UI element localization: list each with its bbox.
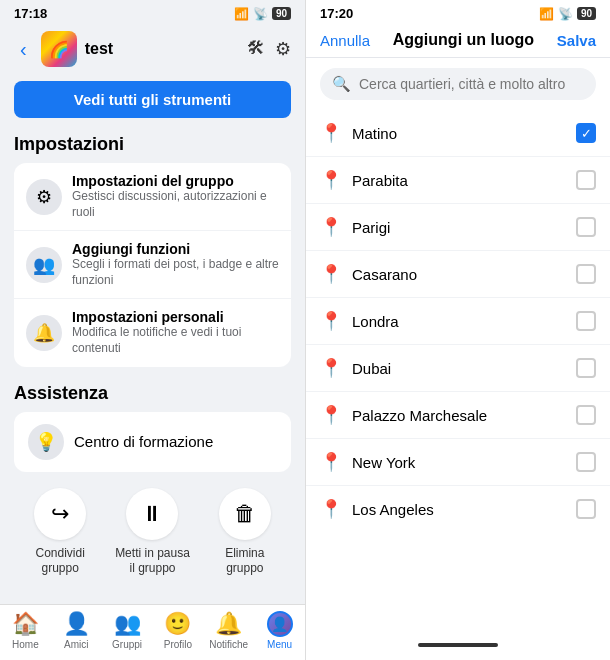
location-item[interactable]: 📍New York	[306, 439, 610, 486]
left-status-bar: 17:18 📶 📡 90	[0, 0, 305, 25]
location-name: Los Angeles	[352, 501, 576, 518]
location-item[interactable]: 📍Dubai	[306, 345, 610, 392]
location-pin-icon: 📍	[320, 310, 342, 332]
nav-item-gruppi[interactable]: 👥 Gruppi	[102, 611, 153, 650]
nav-label-home: Home	[12, 639, 39, 650]
settings-icon[interactable]: ⚙	[275, 38, 291, 60]
right-panel: 17:20 📶 📡 90 Annulla Aggiungi un luogo S…	[305, 0, 610, 660]
notifiche-icon: 🔔	[215, 611, 242, 637]
assistenza-title: Assistenza	[14, 383, 291, 404]
location-list: 📍Matino✓📍Parabita📍Parigi📍Casarano📍Londra…	[306, 110, 610, 630]
battery-badge: 90	[272, 7, 291, 20]
location-item[interactable]: 📍Londra	[306, 298, 610, 345]
location-name: Matino	[352, 125, 576, 142]
action-row: ↪ Condividi gruppo ⏸ Metti in pausa il g…	[14, 488, 291, 577]
share-icon: ↪	[34, 488, 86, 540]
location-pin-icon: 📍	[320, 451, 342, 473]
back-button[interactable]: ‹	[14, 36, 33, 63]
cancel-button[interactable]: Annulla	[320, 32, 370, 49]
right-wifi-icon: 📡	[558, 7, 573, 21]
location-checkbox[interactable]	[576, 452, 596, 472]
location-checkbox[interactable]	[576, 170, 596, 190]
settings-personal-text: Impostazioni personali Modifica le notif…	[72, 309, 279, 356]
nav-item-amici[interactable]: 👤 Amici	[51, 611, 102, 650]
location-checkbox[interactable]: ✓	[576, 123, 596, 143]
settings-functions-title: Aggiungi funzioni	[72, 241, 279, 257]
settings-personal-subtitle: Modifica le notifiche e vedi i tuoi cont…	[72, 325, 279, 356]
friends-icon: 👤	[63, 611, 90, 637]
location-item[interactable]: 📍Casarano	[306, 251, 610, 298]
location-name: Londra	[352, 313, 576, 330]
nav-item-menu[interactable]: 👤 Menu	[254, 611, 305, 650]
right-time: 17:20	[320, 6, 353, 21]
nav-label-gruppi: Gruppi	[112, 639, 142, 650]
settings-functions-text: Aggiungi funzioni Scegli i formati dei p…	[72, 241, 279, 288]
nav-label-notifiche: Notifiche	[209, 639, 248, 650]
view-all-tools-button[interactable]: Vedi tutti gli strumenti	[14, 81, 291, 118]
avatar: 👤	[267, 611, 293, 637]
tools-icon[interactable]: 🛠	[247, 38, 265, 60]
nav-label-menu: Menu	[267, 639, 292, 650]
group-avatar: 🌈	[41, 31, 77, 67]
settings-item-group[interactable]: ⚙ Impostazioni del gruppo Gestisci discu…	[14, 163, 291, 231]
nav-item-home[interactable]: 🏠 Home	[0, 611, 51, 650]
location-name: Parigi	[352, 219, 576, 236]
location-pin-icon: 📍	[320, 122, 342, 144]
location-item[interactable]: 📍Palazzo Marchesale	[306, 392, 610, 439]
left-status-icons: 📶 📡 90	[234, 7, 291, 21]
share-group-label: Condividi gruppo	[20, 546, 100, 577]
location-name: Dubai	[352, 360, 576, 377]
location-checkbox[interactable]	[576, 264, 596, 284]
assistenza-list: 💡 Centro di formazione	[14, 412, 291, 472]
location-pin-icon: 📍	[320, 357, 342, 379]
groups-icon: 👥	[114, 611, 141, 637]
location-item[interactable]: 📍Los Angeles	[306, 486, 610, 532]
location-name: Parabita	[352, 172, 576, 189]
location-checkbox[interactable]	[576, 311, 596, 331]
delete-group-action[interactable]: 🗑 Elimina gruppo	[205, 488, 285, 577]
location-item[interactable]: 📍Matino✓	[306, 110, 610, 157]
home-icon: 🏠	[12, 611, 39, 637]
settings-group-icon: ⚙	[26, 179, 62, 215]
settings-group-title: Impostazioni del gruppo	[72, 173, 279, 189]
home-indicator	[418, 643, 498, 647]
location-name: Palazzo Marchesale	[352, 407, 576, 424]
location-checkbox[interactable]	[576, 217, 596, 237]
save-button[interactable]: Salva	[557, 32, 596, 49]
right-status-icons: 📶 📡 90	[539, 7, 596, 21]
share-group-action[interactable]: ↪ Condividi gruppo	[20, 488, 100, 577]
left-panel: 17:18 📶 📡 90 ‹ 🌈 test 🛠 ⚙ Vedi tutti gli…	[0, 0, 305, 660]
signal-icon: 📶	[234, 7, 249, 21]
settings-personal-icon: 🔔	[26, 315, 62, 351]
left-time: 17:18	[14, 6, 47, 21]
location-item[interactable]: 📍Parabita	[306, 157, 610, 204]
location-item[interactable]: 📍Parigi	[306, 204, 610, 251]
right-bottom	[306, 630, 610, 660]
right-top-nav: Annulla Aggiungi un luogo Salva	[306, 25, 610, 58]
search-bar[interactable]: 🔍	[320, 68, 596, 100]
location-checkbox[interactable]	[576, 358, 596, 378]
nav-item-profilo[interactable]: 🙂 Profilo	[152, 611, 203, 650]
right-status-bar: 17:20 📶 📡 90	[306, 0, 610, 25]
location-name: New York	[352, 454, 576, 471]
location-pin-icon: 📍	[320, 498, 342, 520]
location-pin-icon: 📍	[320, 169, 342, 191]
nav-label-amici: Amici	[64, 639, 88, 650]
search-input[interactable]	[359, 76, 584, 92]
location-checkbox[interactable]	[576, 405, 596, 425]
nav-item-notifiche[interactable]: 🔔 Notifiche	[203, 611, 254, 650]
top-nav-actions: 🛠 ⚙	[247, 38, 291, 60]
pause-group-action[interactable]: ⏸ Metti in pausa il gruppo	[112, 488, 192, 577]
location-checkbox[interactable]	[576, 499, 596, 519]
modal-title: Aggiungi un luogo	[393, 31, 534, 49]
settings-item-functions[interactable]: 👥 Aggiungi funzioni Scegli i formati dei…	[14, 231, 291, 299]
left-top-nav: ‹ 🌈 test 🛠 ⚙	[0, 25, 305, 73]
nav-label-profilo: Profilo	[164, 639, 192, 650]
lightbulb-icon: 💡	[28, 424, 64, 460]
settings-item-personal[interactable]: 🔔 Impostazioni personali Modifica le not…	[14, 299, 291, 366]
location-pin-icon: 📍	[320, 216, 342, 238]
centro-formazione-item[interactable]: 💡 Centro di formazione	[14, 412, 291, 472]
group-name: test	[85, 40, 239, 58]
delete-icon: 🗑	[219, 488, 271, 540]
impostazioni-title: Impostazioni	[14, 134, 291, 155]
